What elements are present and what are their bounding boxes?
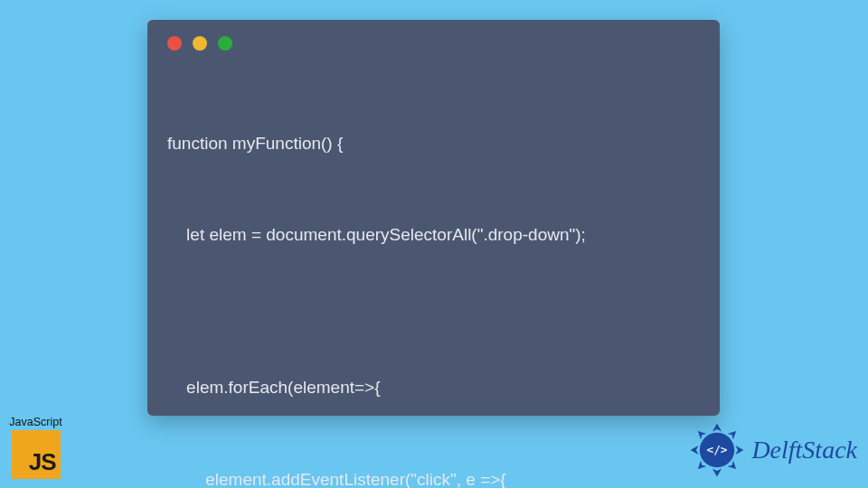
close-icon bbox=[167, 36, 182, 51]
javascript-badge: JavaScript JS bbox=[6, 416, 65, 479]
code-line: let elem = document.querySelectorAll(".d… bbox=[167, 220, 700, 250]
javascript-label: JavaScript bbox=[6, 416, 65, 428]
minimize-icon bbox=[193, 36, 207, 51]
delftstack-mandala-icon: </> bbox=[688, 421, 746, 479]
delftstack-logo: </> DelftStack bbox=[688, 421, 857, 479]
javascript-logo-text: JS bbox=[29, 448, 56, 476]
code-line: function myFunction() { bbox=[167, 128, 700, 159]
svg-text:</>: </> bbox=[707, 443, 728, 456]
code-window: function myFunction() { let elem = docum… bbox=[147, 20, 720, 416]
delftstack-brand-text: DelftStack bbox=[751, 436, 857, 465]
code-line: element.addEventListener("click", e =>{ bbox=[167, 465, 700, 488]
javascript-logo-icon: JS bbox=[12, 430, 61, 479]
code-body: function myFunction() { let elem = docum… bbox=[147, 60, 720, 488]
maximize-icon bbox=[218, 36, 232, 51]
code-line: elem.forEach(element=>{ bbox=[167, 372, 700, 403]
window-traffic-lights bbox=[147, 20, 720, 60]
